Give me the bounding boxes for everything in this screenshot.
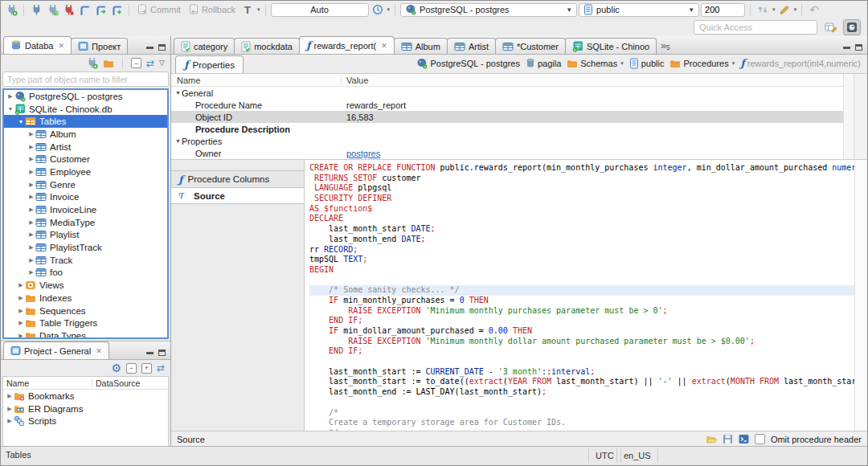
editor-tab-artist[interactable]: Artist bbox=[447, 38, 496, 54]
schema-select[interactable]: public▼ bbox=[579, 3, 699, 17]
chevron-down-icon[interactable]: ▾ bbox=[772, 6, 776, 13]
tree-item-track[interactable]: ▶Track bbox=[4, 254, 167, 267]
minimize-icon[interactable] bbox=[843, 47, 850, 49]
chevron-collapsed-icon[interactable]: ▶ bbox=[27, 131, 35, 137]
tree-item-playlisttrack[interactable]: ▶PlaylistTrack bbox=[4, 241, 167, 254]
code-overview-ruler[interactable] bbox=[854, 160, 867, 431]
project-item-bookmarks[interactable]: ▶Bookmarks bbox=[3, 390, 168, 403]
chevron-collapsed-icon[interactable]: ▶ bbox=[17, 295, 25, 301]
dbeaver-perspective-icon[interactable] bbox=[843, 19, 861, 35]
breadcrumb-item-schemas[interactable]: Schemas▾ bbox=[567, 59, 623, 68]
editor-tab-sqlite-chinoo[interactable]: SQLite - Chinoo bbox=[565, 38, 657, 54]
chevron-expanded-icon[interactable]: ▼ bbox=[17, 119, 25, 125]
property-row-procedure-name[interactable]: Procedure Namerewards_report bbox=[171, 99, 867, 111]
tree-item-table-triggers[interactable]: ▶Table Triggers bbox=[4, 317, 167, 329]
tree-item-invoice[interactable]: ▶Invoice bbox=[4, 191, 167, 204]
property-row-general[interactable]: ▼General bbox=[171, 87, 867, 99]
tree-item-tables[interactable]: ▼Tables bbox=[4, 115, 167, 128]
maximize-icon[interactable] bbox=[158, 350, 166, 356]
chevron-collapsed-icon[interactable]: ▶ bbox=[17, 333, 25, 339]
chevron-down-icon[interactable]: ▾ bbox=[387, 6, 391, 13]
tab-database-navigator[interactable]: Databa ✕ bbox=[3, 36, 72, 54]
folder-icon[interactable] bbox=[103, 59, 114, 68]
sql-editor-open-button[interactable] bbox=[93, 2, 108, 17]
chevron-collapsed-icon[interactable]: ▶ bbox=[6, 418, 14, 424]
tree-item-genre[interactable]: ▶Genre bbox=[4, 178, 167, 191]
tree-item-views[interactable]: ▶Views bbox=[4, 279, 167, 292]
sql-editor-new-button[interactable] bbox=[109, 2, 124, 17]
chevron-collapsed-icon[interactable]: ▶ bbox=[27, 169, 35, 175]
chevron-collapsed-icon[interactable]: ▶ bbox=[27, 244, 35, 251]
fetch-size-input[interactable] bbox=[701, 3, 745, 17]
source-tab-label[interactable]: Source bbox=[177, 435, 205, 444]
tree-item-data-types[interactable]: ▶Data Types bbox=[4, 329, 167, 339]
new-connection-button[interactable] bbox=[4, 2, 18, 17]
new-connection-icon[interactable] bbox=[86, 57, 98, 69]
sync-button[interactable] bbox=[755, 2, 770, 17]
chevron-collapsed-icon[interactable]: ▶ bbox=[27, 182, 35, 188]
property-row-object-id[interactable]: Object ID16,583 bbox=[171, 111, 867, 123]
tree-item-sequences[interactable]: ▶Sequences bbox=[4, 305, 167, 317]
maximize-icon[interactable] bbox=[158, 44, 166, 51]
sql-editor-button[interactable] bbox=[77, 2, 92, 17]
open-in-sql-console-icon[interactable] bbox=[739, 434, 749, 444]
tree-item-album[interactable]: ▶Album bbox=[4, 128, 167, 141]
chevron-down-icon[interactable]: ▾ bbox=[794, 6, 797, 13]
connection-select[interactable]: PostgreSQL - postgres▼ bbox=[400, 3, 577, 17]
link-with-editor-icon[interactable]: ⇄ bbox=[146, 59, 154, 68]
tab-project-general[interactable]: Project - General ✕ bbox=[3, 341, 109, 359]
chevron-expanded-icon[interactable]: ▼ bbox=[174, 90, 182, 96]
maximize-icon[interactable] bbox=[855, 44, 862, 51]
owner-link[interactable]: postgres bbox=[346, 149, 380, 158]
rollback-button[interactable]: Rollback bbox=[186, 3, 239, 16]
editor-tab--customer[interactable]: *Customer bbox=[495, 38, 566, 54]
source-code-editor[interactable]: CREATE OR REPLACE FUNCTION public.reward… bbox=[305, 160, 867, 431]
subtab-procedure-columns[interactable]: ƒProcedure Columns bbox=[171, 170, 304, 187]
link-editor-icon[interactable]: ⇄ bbox=[157, 363, 165, 373]
transaction-log-button[interactable]: T bbox=[240, 2, 255, 17]
editor-tab-mockdata[interactable]: mockdata bbox=[234, 38, 300, 54]
column-name[interactable]: Name bbox=[3, 378, 92, 388]
commit-button[interactable]: Commit bbox=[134, 3, 184, 16]
minimize-icon[interactable] bbox=[146, 352, 154, 354]
chevron-collapsed-icon[interactable]: ▶ bbox=[27, 206, 35, 213]
tree-item-artist[interactable]: ▶Artist bbox=[4, 141, 167, 153]
property-row-owner[interactable]: Ownerpostgres bbox=[171, 147, 867, 159]
property-row-properties[interactable]: ▼Properties bbox=[171, 135, 867, 147]
chevron-collapsed-icon[interactable]: ▶ bbox=[27, 219, 35, 226]
chevron-collapsed-icon[interactable]: ▶ bbox=[6, 406, 14, 412]
chevron-collapsed-icon[interactable]: ▶ bbox=[27, 156, 35, 162]
save-to-file-icon[interactable] bbox=[723, 434, 733, 444]
chevron-down-icon[interactable]: ▾ bbox=[257, 6, 260, 13]
chevron-collapsed-icon[interactable]: ▶ bbox=[27, 231, 35, 238]
minimize-icon[interactable] bbox=[146, 47, 154, 49]
reconnect-button[interactable] bbox=[45, 2, 59, 17]
chevron-collapsed-icon[interactable]: ▶ bbox=[27, 257, 35, 264]
auto-commit-select[interactable]: Auto▼ bbox=[271, 3, 369, 17]
gear-icon[interactable]: ⚙ bbox=[111, 362, 121, 374]
chevron-down-icon[interactable]: ▾ bbox=[732, 60, 735, 67]
quick-access-input[interactable] bbox=[694, 20, 817, 35]
view-menu-icon[interactable]: ▽ bbox=[159, 59, 165, 67]
breadcrumb-item-public[interactable]: public bbox=[629, 58, 665, 69]
property-row-procedure-description[interactable]: Procedure Description bbox=[171, 123, 867, 135]
chevron-collapsed-icon[interactable]: ▶ bbox=[27, 144, 35, 150]
editor-tab-rewards-report-[interactable]: ƒrewards_report(✕ bbox=[299, 36, 395, 54]
chevron-collapsed-icon[interactable]: ▶ bbox=[27, 269, 35, 276]
locale-indicator[interactable]: en_US bbox=[616, 448, 658, 463]
subtab-source[interactable]: TSource bbox=[171, 187, 304, 204]
undo-button[interactable]: ↶ bbox=[807, 2, 821, 17]
editor-tab-category[interactable]: category bbox=[174, 38, 235, 54]
project-item-er-diagrams[interactable]: ▶ER Diagrams bbox=[3, 403, 168, 415]
tree-item-customer[interactable]: ▶Customer bbox=[4, 153, 167, 166]
disconnect-button[interactable] bbox=[61, 2, 76, 17]
tree-item-mediatype[interactable]: ▶MediaType bbox=[4, 216, 167, 229]
chevron-collapsed-icon[interactable]: ▶ bbox=[27, 194, 35, 200]
close-icon[interactable]: ✕ bbox=[58, 42, 64, 50]
breadcrumb-item-pagila[interactable]: pagila bbox=[526, 58, 561, 68]
history-button[interactable] bbox=[371, 2, 385, 17]
close-icon[interactable]: ✕ bbox=[381, 42, 387, 50]
tree-item-employee[interactable]: ▶Employee bbox=[4, 166, 167, 178]
breadcrumb-item-postgresql-postgres[interactable]: PostgreSQL - postgres bbox=[416, 58, 519, 69]
close-icon[interactable]: ✕ bbox=[96, 347, 102, 355]
